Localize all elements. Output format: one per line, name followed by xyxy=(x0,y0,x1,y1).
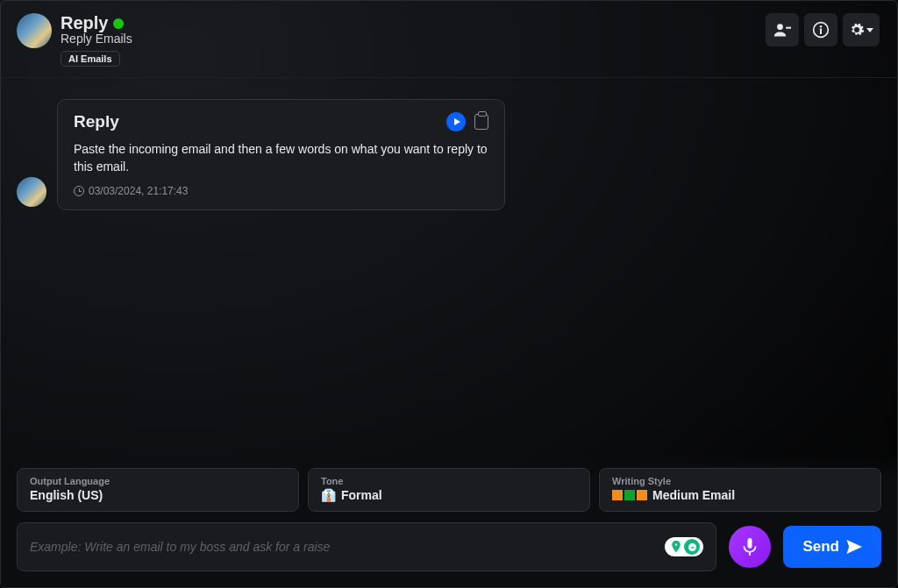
user-minus-icon xyxy=(773,23,791,37)
svg-point-3 xyxy=(820,25,823,28)
info-button[interactable] xyxy=(804,13,837,46)
timestamp-text: 03/03/2024, 21:17:43 xyxy=(89,185,188,197)
send-button-label: Send xyxy=(802,538,839,556)
info-icon xyxy=(812,21,830,39)
chat-input-container[interactable] xyxy=(17,522,716,571)
pin-icon xyxy=(668,539,684,555)
header-avatar xyxy=(17,13,52,48)
style-indicator-icon xyxy=(612,490,647,500)
message-title: Reply xyxy=(74,112,119,131)
microphone-icon xyxy=(741,536,759,557)
copy-button[interactable] xyxy=(474,114,488,130)
style-select[interactable]: Writing Style Medium Email xyxy=(599,468,881,512)
header-text: Reply Reply Emails AI Emails xyxy=(61,13,766,67)
send-icon xyxy=(846,540,862,554)
chevron-down-icon xyxy=(866,28,873,32)
message-body: Paste the incoming email and then a few … xyxy=(74,140,488,176)
gear-icon xyxy=(849,22,865,38)
settings-dropdown-button[interactable] xyxy=(843,13,880,46)
style-select-label: Writing Style xyxy=(612,476,868,486)
send-button[interactable]: Send xyxy=(783,526,881,568)
status-online-icon xyxy=(113,18,124,29)
tone-select-label: Tone xyxy=(321,476,577,486)
voice-input-button[interactable] xyxy=(729,526,771,568)
language-select-value: English (US) xyxy=(30,488,286,502)
message-timestamp: 03/03/2024, 21:17:43 xyxy=(74,185,488,197)
message-card: Reply Paste the incoming email and then … xyxy=(57,99,505,210)
tone-select-value: Formal xyxy=(341,488,382,502)
svg-rect-4 xyxy=(820,28,822,34)
grammarly-widget[interactable] xyxy=(665,537,703,556)
svg-rect-1 xyxy=(786,27,791,29)
composer-bar: Output Language English (US) Tone 👔 Form… xyxy=(1,454,897,587)
language-select[interactable]: Output Language English (US) xyxy=(17,468,299,512)
tone-emoji-icon: 👔 xyxy=(321,488,336,502)
user-minus-button[interactable] xyxy=(766,13,799,46)
clock-icon xyxy=(74,186,84,196)
message-row: Reply Paste the incoming email and then … xyxy=(17,99,881,210)
svg-point-0 xyxy=(777,24,783,30)
language-select-label: Output Language xyxy=(30,476,286,486)
message-avatar xyxy=(17,177,46,207)
ai-badge: AI Emails xyxy=(61,51,120,67)
page-title: Reply xyxy=(61,13,108,33)
chat-area: Reply Paste the incoming email and then … xyxy=(1,78,897,231)
chat-input[interactable] xyxy=(30,540,637,554)
svg-rect-5 xyxy=(748,538,752,549)
grammarly-icon xyxy=(684,539,700,555)
app-header: Reply Reply Emails AI Emails xyxy=(1,1,897,78)
tone-select[interactable]: Tone 👔 Formal xyxy=(308,468,590,512)
page-subtitle: Reply Emails xyxy=(61,32,766,46)
style-select-value: Medium Email xyxy=(652,488,735,502)
play-button[interactable] xyxy=(446,112,466,131)
